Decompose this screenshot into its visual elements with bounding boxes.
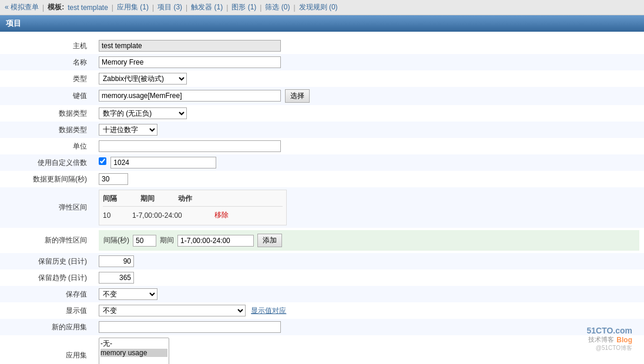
name-row: 名称 xyxy=(0,54,644,70)
watermark-blog: Blog xyxy=(616,336,632,344)
name-value-cell xyxy=(94,54,644,70)
history-input[interactable] xyxy=(99,255,134,267)
app-value-cell: -无- memory usage xyxy=(94,335,644,364)
display-select[interactable]: 不变 xyxy=(99,305,246,316)
key-input[interactable] xyxy=(99,90,281,102)
items-link[interactable]: 项目 (3) xyxy=(157,2,182,12)
watermark-sub: @51CTO博客 xyxy=(586,344,632,352)
host-row: 主机 xyxy=(0,38,644,54)
key-select-button[interactable]: 选择 xyxy=(285,89,310,103)
history-row: 保留历史 (日计) xyxy=(0,253,644,269)
interval-label: 数据更新间隔(秒) xyxy=(0,171,94,187)
new-app-value-cell xyxy=(94,319,644,335)
watermark-tech: 技术博客 xyxy=(588,335,614,344)
multiplier-checkbox[interactable] xyxy=(99,157,106,165)
data-type1-label: 数据类型 xyxy=(0,105,94,122)
interval-value-cell xyxy=(94,171,644,187)
row-period: 1-7,00:00-24:00 xyxy=(132,211,203,220)
watermark: 51CTO.com 技术博客 Blog @51CTO博客 xyxy=(586,326,632,352)
section-header: 项目 xyxy=(0,15,644,32)
add-flexible-button[interactable]: 添加 xyxy=(257,234,282,247)
top-nav: « 模拟查单 | 模板: test template | 应用集 (1) | 项… xyxy=(0,0,644,15)
new-flexible-row: 新的弹性区间 间隔(秒) 期间 添加 xyxy=(0,228,644,253)
form-table: 主机 名称 类型 Zabbix代理(被动式) 键值 选择 xyxy=(0,38,644,364)
unit-row: 单位 xyxy=(0,138,644,154)
history-value-cell xyxy=(94,253,644,269)
back-link[interactable]: « 模拟查单 xyxy=(5,2,39,12)
unit-input[interactable] xyxy=(99,140,281,152)
key-row: 键值 选择 xyxy=(0,87,644,105)
data-type2-value-cell: 十进位数字 xyxy=(94,122,644,138)
host-label: 主机 xyxy=(0,38,94,54)
unit-label: 单位 xyxy=(0,138,94,154)
multiplier-input[interactable] xyxy=(110,157,216,168)
type-label: 类型 xyxy=(0,70,94,87)
new-app-input[interactable] xyxy=(99,321,281,333)
data-type2-label: 数据类型 xyxy=(0,122,94,138)
data-type2-row: 数据类型 十进位数字 xyxy=(0,122,644,138)
discovery-link[interactable]: 发现规则 (0) xyxy=(299,2,338,12)
new-period-label: 期间 xyxy=(160,235,174,245)
new-app-label: 新的应用集 xyxy=(0,319,94,335)
template-label: 模板: xyxy=(48,2,64,12)
display-row: 显示值 不变 显示值对应 xyxy=(0,302,644,319)
col-action: 动作 xyxy=(178,194,192,204)
store-value-cell: 不变 xyxy=(94,286,644,302)
interval-row: 数据更新间隔(秒) xyxy=(0,171,644,187)
flexible-label: 弹性区间 xyxy=(0,187,94,228)
new-interval-row: 间隔(秒) 期间 添加 xyxy=(99,230,639,251)
trend-input[interactable] xyxy=(99,272,134,284)
data-type2-select[interactable]: 十进位数字 xyxy=(99,124,157,136)
app-option-none[interactable]: -无- xyxy=(100,339,167,349)
app-label: 应用集 xyxy=(0,335,94,364)
store-row: 保存值 不变 xyxy=(0,286,644,302)
new-period-input[interactable] xyxy=(177,235,254,247)
flexible-row: 弹性区间 间隔 期间 动作 10 1-7,00:00-24:00 移除 xyxy=(0,187,644,228)
trend-row: 保留趋势 (日计) xyxy=(0,269,644,286)
col-period: 期间 xyxy=(140,194,155,204)
new-app-row: 新的应用集 xyxy=(0,319,644,335)
new-flexible-label: 新的弹性区间 xyxy=(0,228,94,253)
key-value-cell: 选择 xyxy=(94,87,644,105)
data-type1-select[interactable]: 数字的 (无正负) xyxy=(99,107,187,119)
key-label: 键值 xyxy=(0,87,94,105)
multiplier-label: 使用自定义倍数 xyxy=(0,154,94,171)
interval-input[interactable] xyxy=(99,173,128,185)
app-list[interactable]: -无- memory usage xyxy=(99,338,169,364)
section-title: 项目 xyxy=(6,19,21,28)
store-select[interactable]: 不变 xyxy=(99,288,157,300)
multiplier-value-cell xyxy=(94,154,644,171)
history-label: 保留历史 (日计) xyxy=(0,253,94,269)
multiplier-row: 使用自定义倍数 xyxy=(0,154,644,171)
host-value-cell xyxy=(94,38,644,54)
name-input[interactable] xyxy=(99,56,281,68)
app-row: 应用集 -无- memory usage xyxy=(0,335,644,364)
display-map-link[interactable]: 显示值对应 xyxy=(251,306,286,315)
unit-value-cell xyxy=(94,138,644,154)
name-label: 名称 xyxy=(0,54,94,70)
main-content: 主机 名称 类型 Zabbix代理(被动式) 键值 选择 xyxy=(0,32,644,364)
trend-value-cell xyxy=(94,269,644,286)
graphs-link[interactable]: 图形 (1) xyxy=(232,2,256,12)
host-input[interactable] xyxy=(99,40,281,52)
new-flexible-value-cell: 间隔(秒) 期间 添加 xyxy=(94,228,644,253)
new-interval-label: 间隔(秒) xyxy=(103,235,129,245)
template-link[interactable]: test template xyxy=(68,4,108,12)
apps-link[interactable]: 应用集 (1) xyxy=(117,2,149,12)
display-label: 显示值 xyxy=(0,302,94,319)
col-interval: 间隔 xyxy=(103,194,117,204)
remove-link[interactable]: 移除 xyxy=(214,210,229,220)
display-value-cell: 不变 显示值对应 xyxy=(94,302,644,319)
row-interval: 10 xyxy=(103,211,120,220)
new-interval-input[interactable] xyxy=(133,235,156,247)
screens-link[interactable]: 筛选 (0) xyxy=(265,2,290,12)
type-value-cell: Zabbix代理(被动式) xyxy=(94,70,644,87)
interval-header: 间隔 期间 动作 xyxy=(103,194,283,207)
app-option-memory[interactable]: memory usage xyxy=(100,349,167,357)
data-type1-value-cell: 数字的 (无正负) xyxy=(94,105,644,122)
watermark-site: 51CTO.com xyxy=(586,326,632,335)
trend-label: 保留趋势 (日计) xyxy=(0,269,94,286)
type-select[interactable]: Zabbix代理(被动式) xyxy=(99,73,187,85)
interval-section: 间隔 期间 动作 10 1-7,00:00-24:00 移除 xyxy=(99,190,287,225)
triggers-link[interactable]: 触发器 (1) xyxy=(191,2,223,12)
